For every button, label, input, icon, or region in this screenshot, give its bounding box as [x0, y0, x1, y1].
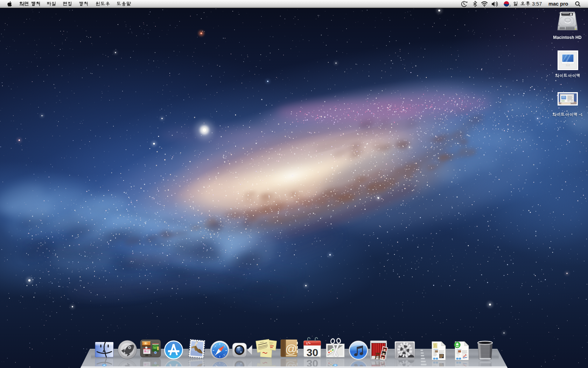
- svg-text:Macintosh HD: Macintosh HD: [553, 35, 581, 40]
- svg-text:3:57: 3:57: [532, 1, 542, 7]
- svg-text:1: 1: [581, 113, 583, 117]
- svg-text:mac pro: mac pro: [548, 1, 568, 7]
- svg-text:2: 2: [509, 5, 511, 7]
